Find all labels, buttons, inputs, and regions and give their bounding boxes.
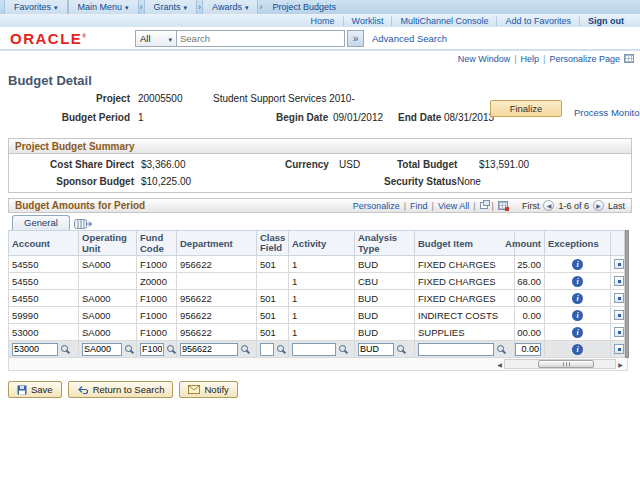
- department-input[interactable]: [180, 343, 238, 356]
- separator: |: [492, 201, 494, 211]
- home-link[interactable]: Home: [303, 16, 344, 26]
- amount-input[interactable]: [515, 343, 541, 356]
- advanced-search-link[interactable]: Advanced Search: [372, 33, 447, 44]
- help-link[interactable]: Help: [521, 54, 540, 64]
- budget-item-input[interactable]: [418, 343, 494, 356]
- breadcrumb-grants[interactable]: Grants: [144, 0, 198, 14]
- process-monitor-link[interactable]: Process Monitor: [574, 107, 640, 118]
- scroll-left-icon[interactable]: ◀: [495, 361, 504, 368]
- copy-url-icon[interactable]: [624, 54, 634, 63]
- search-input[interactable]: [177, 30, 345, 47]
- notify-button[interactable]: Notify: [179, 381, 237, 398]
- previous-page-icon[interactable]: ◀: [543, 200, 554, 211]
- scroll-right-icon[interactable]: ▶: [616, 361, 625, 368]
- last-label: Last: [608, 201, 625, 211]
- multichannel-console-link[interactable]: MultiChannel Console: [392, 16, 497, 26]
- end-date-value: 08/31/2013: [444, 112, 494, 123]
- row-action-button[interactable]: [614, 310, 624, 320]
- activity-input[interactable]: [292, 343, 336, 356]
- exception-info-icon[interactable]: [572, 310, 583, 321]
- account-lookup-icon[interactable]: [60, 344, 71, 355]
- row-action-button[interactable]: [614, 293, 624, 303]
- col-operating-unit: Operating Unit: [79, 231, 137, 256]
- scrollbar-thumb[interactable]: [538, 360, 594, 368]
- row-action-button[interactable]: [614, 259, 624, 269]
- col-amount: Amount: [515, 231, 545, 256]
- row-action-button[interactable]: [614, 327, 624, 337]
- search-scope-select[interactable]: All: [135, 30, 177, 47]
- budget-amounts-grid: Budget Amounts for Period Personalize | …: [8, 198, 632, 371]
- class-field-lookup-icon[interactable]: [276, 344, 287, 355]
- exception-info-icon[interactable]: [572, 344, 583, 355]
- save-label: Save: [31, 384, 53, 395]
- chevron-down-icon: [54, 2, 58, 12]
- scrollbar-grip: [566, 362, 567, 366]
- save-button[interactable]: Save: [8, 381, 62, 398]
- row-action-button[interactable]: [614, 276, 624, 286]
- breadcrumb-grants-label: Grants: [154, 2, 181, 12]
- breadcrumb-current-page: Project Budgets: [263, 0, 345, 14]
- class-field-input[interactable]: [260, 343, 274, 356]
- worklist-link[interactable]: Worklist: [344, 16, 393, 26]
- breadcrumb-favorites-label: Favorites: [14, 2, 51, 12]
- new-window-link[interactable]: New Window: [458, 54, 511, 64]
- account-input[interactable]: [12, 343, 58, 356]
- department-lookup-icon[interactable]: [240, 344, 251, 355]
- exception-info-icon[interactable]: [572, 293, 583, 304]
- fund-code-input[interactable]: [140, 343, 164, 356]
- fund-code-lookup-icon[interactable]: [166, 344, 177, 355]
- search-scope-value: All: [140, 33, 151, 44]
- personalize-link[interactable]: Personalize: [353, 201, 400, 211]
- cell-amount: 68.00: [515, 273, 545, 290]
- cell-class-field: 501: [257, 256, 289, 273]
- return-to-search-button[interactable]: Return to Search: [68, 381, 174, 398]
- find-link[interactable]: Find: [410, 201, 428, 211]
- view-all-link[interactable]: View All: [438, 201, 469, 211]
- currency-label: Currency: [285, 159, 329, 170]
- breadcrumb-favorites[interactable]: Favorites: [4, 0, 68, 14]
- return-to-search-label: Return to Search: [93, 384, 165, 395]
- scrollbar-track[interactable]: [504, 359, 616, 369]
- next-page-icon[interactable]: ▶: [593, 200, 604, 211]
- vertical-scrollbar[interactable]: [625, 230, 629, 358]
- finalize-button[interactable]: Finalize: [490, 100, 562, 117]
- cell-exceptions: [545, 307, 611, 324]
- utility-links-bar: Home Worklist MultiChannel Console Add t…: [0, 14, 640, 27]
- cell-account-edit: [9, 341, 79, 358]
- breadcrumb-awards[interactable]: Awards: [202, 0, 258, 14]
- exception-info-icon[interactable]: [572, 276, 583, 287]
- chevron-down-icon: [168, 33, 172, 44]
- cell-department: 956622: [177, 324, 257, 341]
- separator: [543, 54, 545, 64]
- cell-budget-item-edit: [415, 341, 515, 358]
- cell-account: 59990: [9, 307, 79, 324]
- search-go-button[interactable]: »: [347, 30, 364, 47]
- breadcrumb-main-menu[interactable]: Main Menu: [68, 0, 139, 14]
- show-all-columns-icon[interactable]: [74, 218, 92, 230]
- analysis-type-input[interactable]: [358, 343, 394, 356]
- operating-unit-input[interactable]: [82, 343, 122, 356]
- project-info: Project 20005500 Student Support Service…: [8, 92, 632, 134]
- add-to-favorites-link[interactable]: Add to Favorites: [497, 16, 580, 26]
- breadcrumb-separator-icon: [198, 2, 201, 12]
- cell-class-field-edit: [257, 341, 289, 358]
- activity-lookup-icon[interactable]: [338, 344, 349, 355]
- separator: |: [404, 201, 406, 211]
- personalize-page-link[interactable]: Personalize Page: [549, 54, 620, 64]
- exception-info-icon[interactable]: [572, 259, 583, 270]
- budget-item-lookup-icon[interactable]: [496, 344, 507, 355]
- analysis-type-lookup-icon[interactable]: [396, 344, 407, 355]
- sign-out-link[interactable]: Sign out: [580, 16, 632, 26]
- exception-info-icon[interactable]: [572, 327, 583, 338]
- zoom-popup-icon[interactable]: [480, 202, 488, 209]
- operating-unit-lookup-icon[interactable]: [124, 344, 135, 355]
- tab-general[interactable]: General: [12, 215, 70, 230]
- end-date-label: End Date: [398, 112, 441, 123]
- cell-row-actions: [611, 324, 625, 341]
- row-action-button[interactable]: [614, 344, 624, 354]
- download-to-excel-icon[interactable]: [498, 201, 508, 210]
- table-row: 54550 SA000 F1000 956622 501 1 BUD FIXED…: [9, 256, 625, 273]
- project-label: Project: [8, 93, 130, 104]
- separator: |: [473, 201, 475, 211]
- cell-amount: 0.00: [515, 307, 545, 324]
